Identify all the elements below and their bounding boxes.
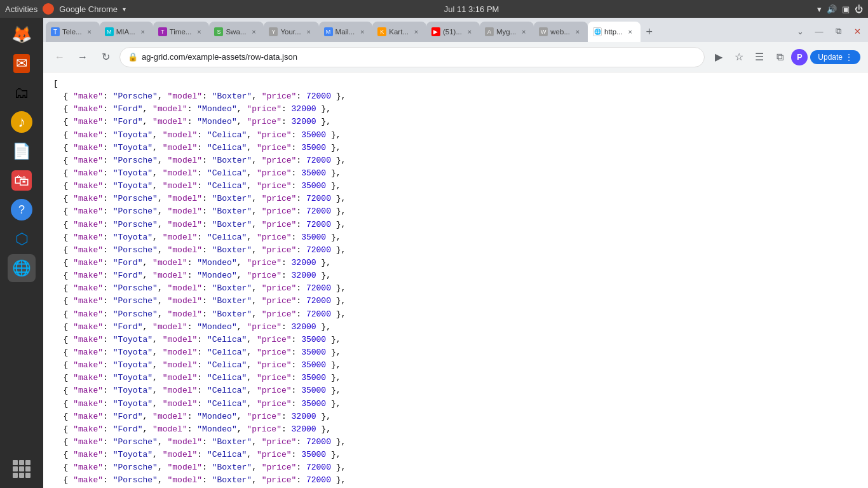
sidebar-help-icon[interactable]: ? — [8, 196, 36, 224]
tab-time[interactable]: T Time... × — [153, 22, 210, 42]
tab-myg-close[interactable]: × — [519, 27, 529, 37]
tab-kart-favicon: K — [377, 27, 386, 36]
tab-mia-favicon: M — [105, 27, 114, 36]
tab-mail-favicon: M — [324, 27, 333, 36]
profile-button[interactable]: P — [791, 49, 808, 65]
tab-swa-title: Swa... — [226, 28, 246, 36]
cast-button[interactable]: ▶ — [710, 48, 728, 66]
tab-search-button[interactable]: ⌄ — [792, 23, 808, 39]
json-line: { "make": "Toyota", "model": "Celica", "… — [53, 372, 858, 384]
sidebar-email-icon[interactable]: ✉ — [8, 50, 36, 78]
tab-swa[interactable]: S Swa... × — [209, 22, 264, 42]
json-line: { "make": "Porsche", "model": "Boxter", … — [53, 474, 858, 487]
tab-web-favicon: W — [539, 27, 548, 36]
tab-myg-favicon: A — [485, 27, 494, 36]
json-line: { "make": "Porsche", "model": "Boxter", … — [53, 219, 858, 231]
tab-web[interactable]: W web... × — [534, 22, 588, 42]
taskbar-sidebar: 🦊 ✉ 🗂 ♪ 📄 🛍 ? ⬡ 🌐 — [0, 18, 43, 488]
tab-your-close[interactable]: × — [304, 27, 314, 37]
minimize-button[interactable]: — — [811, 23, 827, 39]
json-line: { "make": "Porsche", "model": "Boxter", … — [53, 90, 858, 103]
tab-time-close[interactable]: × — [194, 27, 204, 37]
tab-tele-title: Tele... — [62, 28, 82, 36]
system-datetime: Jul 11 3:16 PM — [444, 4, 499, 14]
tab-mia[interactable]: M MIA... × — [100, 22, 153, 42]
app-name-label: Google Chrome — [59, 4, 118, 14]
json-line: { "make": "Toyota", "model": "Celica", "… — [53, 129, 858, 142]
tab-mia-close[interactable]: × — [138, 27, 148, 37]
tab-your[interactable]: Y Your... × — [264, 22, 318, 42]
json-line: { "make": "Porsche", "model": "Boxter", … — [53, 154, 858, 167]
sidebar-chrome-icon[interactable]: 🌐 — [8, 254, 36, 282]
sidebar-writer-icon[interactable]: 📄 — [8, 137, 36, 165]
json-line: { "make": "Toyota", "model": "Celica", "… — [53, 180, 858, 193]
json-line: { "make": "Ford", "model": "Mondeo", "pr… — [53, 321, 858, 334]
json-line: { "make": "Toyota", "model": "Celica", "… — [53, 449, 858, 461]
tab-history-button[interactable]: ☰ — [750, 48, 768, 66]
sidebar-files-icon[interactable]: 🗂 — [8, 79, 36, 107]
tab-swa-favicon: S — [214, 27, 223, 36]
json-line: { "make": "Toyota", "model": "Celica", "… — [53, 398, 858, 410]
tab-time-favicon: T — [158, 27, 167, 36]
json-line: { "make": "Porsche", "model": "Boxter", … — [53, 193, 858, 205]
tab-yt-favicon: ▶ — [431, 27, 440, 36]
firefox-favicon — [43, 3, 54, 15]
sidebar-grid-icon[interactable] — [8, 455, 36, 483]
tab-http-title: http... — [604, 28, 623, 36]
tab-yt-title: (51)... — [443, 28, 462, 36]
tab-myg-title: Myg... — [496, 28, 516, 36]
tab-mail-title: Mail... — [336, 28, 355, 36]
activities-label[interactable]: Activities — [5, 4, 37, 14]
display-icon: ▣ — [842, 4, 850, 14]
tab-web-title: web... — [550, 28, 570, 36]
sidebar-vscode-icon[interactable]: ⬡ — [8, 225, 36, 253]
tab-myg[interactable]: A Myg... × — [480, 22, 534, 42]
back-button[interactable]: ← — [51, 48, 69, 66]
tab-http[interactable]: 🌐 http... × — [588, 22, 641, 42]
speaker-icon: 🔊 — [827, 4, 837, 14]
json-line: { "make": "Porsche", "model": "Boxter", … — [53, 461, 858, 474]
json-line: { "make": "Porsche", "model": "Boxter", … — [53, 244, 858, 257]
tab-swa-close[interactable]: × — [248, 27, 259, 37]
restore-button[interactable]: ⧉ — [830, 23, 846, 39]
new-tab-button[interactable]: + — [641, 23, 658, 41]
sidebar-rhythmbox-icon[interactable]: ♪ — [8, 108, 36, 136]
tab-your-title: Your... — [280, 28, 301, 36]
json-line: { "make": "Porsche", "model": "Boxter", … — [53, 436, 858, 449]
sidebar-appstore-icon[interactable]: 🛍 — [8, 166, 36, 194]
json-line: { "make": "Porsche", "model": "Boxter", … — [53, 308, 858, 321]
reload-button[interactable]: ↻ — [97, 48, 114, 66]
tab-yt[interactable]: ▶ (51)... × — [426, 22, 480, 42]
json-line: { "make": "Toyota", "model": "Celica", "… — [53, 346, 858, 359]
tab-kart-title: Kart... — [389, 28, 409, 36]
wifi-icon: ▾ — [817, 4, 822, 14]
tab-bar: T Tele... × M MIA... × T Time... × S Swa… — [43, 18, 868, 42]
sidebar-firefox-icon[interactable]: 🦊 — [8, 20, 36, 48]
address-text: ag-grid.com/example-assets/row-data.json — [142, 52, 696, 62]
close-window-button[interactable]: ✕ — [849, 23, 865, 39]
json-line: { "make": "Ford", "model": "Mondeo", "pr… — [53, 410, 858, 423]
tab-tele[interactable]: T Tele... × — [46, 22, 100, 42]
forward-button[interactable]: → — [74, 48, 92, 66]
json-content-area[interactable]: [ { "make": "Porsche", "model": "Boxter"… — [43, 72, 868, 488]
json-line: { "make": "Toyota", "model": "Celica", "… — [53, 384, 858, 397]
tab-http-close[interactable]: × — [625, 27, 635, 37]
tab-tele-favicon: T — [51, 27, 60, 36]
json-line: { "make": "Ford", "model": "Mondeo", "pr… — [53, 269, 858, 282]
tab-kart-close[interactable]: × — [411, 27, 421, 37]
tab-kart[interactable]: K Kart... × — [372, 22, 426, 42]
dropdown-chevron-icon[interactable]: ▾ — [123, 6, 126, 13]
address-input[interactable]: 🔒 ag-grid.com/example-assets/row-data.js… — [119, 47, 705, 67]
update-button[interactable]: Update ⋮ — [810, 50, 860, 64]
tab-mia-title: MIA... — [116, 28, 135, 36]
tab-web-close[interactable]: × — [573, 27, 583, 37]
bookmark-button[interactable]: ☆ — [730, 48, 748, 66]
split-view-button[interactable]: ⧉ — [771, 48, 789, 66]
tab-mail-close[interactable]: × — [357, 27, 367, 37]
tab-tele-close[interactable]: × — [85, 27, 95, 37]
tab-yt-close[interactable]: × — [465, 27, 475, 37]
json-line: { "make": "Porsche", "model": "Boxter", … — [53, 282, 858, 295]
tab-mail[interactable]: M Mail... × — [319, 22, 373, 42]
json-line: { "make": "Toyota", "model": "Celica", "… — [53, 334, 858, 346]
json-line: { "make": "Ford", "model": "Mondeo", "pr… — [53, 257, 858, 269]
